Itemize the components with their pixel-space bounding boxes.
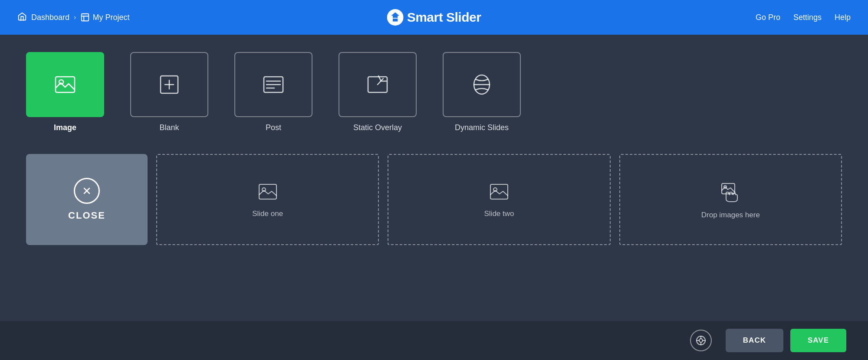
preview-button[interactable] (690, 330, 712, 351)
settings-button[interactable]: Settings (793, 13, 822, 22)
slide-type-blank-icon (130, 52, 208, 117)
slide-one-tile[interactable]: Slide one (156, 154, 379, 245)
close-tile[interactable]: CLOSE (26, 154, 148, 245)
slide-type-selector: Image Blank Pos (26, 52, 842, 132)
back-button[interactable]: BACK (726, 329, 783, 352)
svg-rect-20 (490, 184, 508, 199)
breadcrumb-project[interactable]: My Project (80, 13, 129, 22)
svg-point-25 (699, 339, 703, 342)
breadcrumb-dashboard[interactable]: Dashboard (31, 13, 69, 22)
slide-two-tile[interactable]: Slide two (388, 154, 610, 245)
logo-text: Smart Slider (407, 10, 481, 25)
slide-type-dynamic-slides-icon (443, 52, 521, 117)
slide-type-post-label: Post (266, 123, 281, 132)
close-label: CLOSE (68, 210, 105, 221)
close-icon (74, 178, 100, 204)
slides-area: CLOSE Slide one Slide two (26, 154, 842, 245)
project-name-label: My Project (92, 13, 129, 22)
svg-rect-0 (82, 14, 89, 21)
slide-type-dynamic-slides[interactable]: Dynamic Slides (443, 52, 521, 132)
drop-zone-tile[interactable]: Drop images here (619, 154, 842, 245)
drop-zone-label: Drop images here (701, 211, 760, 219)
help-button[interactable]: Help (835, 13, 851, 22)
slide-two-label: Slide two (484, 209, 514, 218)
slide-type-static-overlay-icon (339, 52, 417, 117)
slide-type-image-icon (26, 52, 104, 117)
svg-rect-18 (259, 184, 276, 199)
app-logo: Smart Slider (387, 9, 481, 26)
header: Dashboard › My Project Smart Slider Go P… (0, 0, 868, 35)
breadcrumb-chevron: › (74, 13, 76, 21)
breadcrumb: Dashboard › My Project (17, 12, 129, 23)
main-content: Image Blank Pos (0, 35, 868, 262)
slide-type-post[interactable]: Post (234, 52, 312, 132)
slide-type-static-overlay[interactable]: Static Overlay (339, 52, 417, 132)
slide-type-image-label: Image (54, 123, 76, 132)
slide-type-blank[interactable]: Blank (130, 52, 208, 132)
home-icon (17, 12, 27, 23)
slide-type-dynamic-slides-label: Dynamic Slides (455, 123, 509, 132)
go-pro-button[interactable]: Go Pro (756, 13, 780, 22)
footer: BACK SAVE (0, 321, 868, 360)
slides-list: Slide one Slide two (156, 154, 842, 245)
slide-type-image[interactable]: Image (26, 52, 104, 132)
slide-type-post-icon (234, 52, 312, 117)
save-button[interactable]: SAVE (790, 329, 846, 352)
header-actions: Go Pro Settings Help (756, 13, 851, 22)
slide-type-blank-label: Blank (159, 123, 179, 132)
slide-one-label: Slide one (252, 209, 283, 218)
slide-type-static-overlay-label: Static Overlay (353, 123, 402, 132)
